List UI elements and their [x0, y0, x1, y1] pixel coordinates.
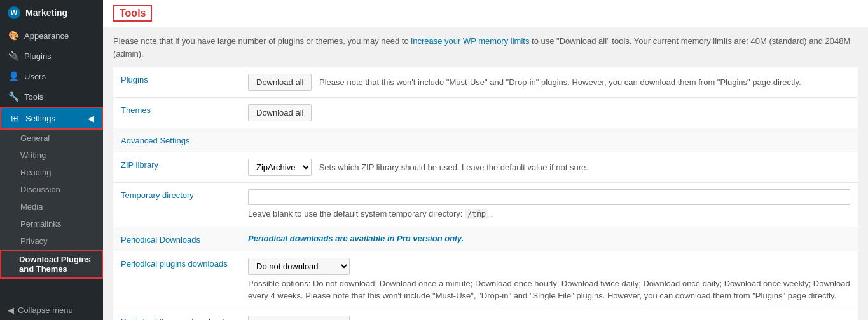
sidebar-item-plugins[interactable]: 🔌 Plugins	[0, 46, 103, 66]
sidebar-item-label: Tools	[24, 92, 43, 102]
periodical-plugins-content: Do not download Possible options: Do not…	[240, 251, 858, 309]
sidebar-logo-label: Marketing	[25, 8, 67, 18]
arrow-icon: ◀	[88, 114, 94, 123]
settings-table: Plugins Download all Please note that th…	[113, 67, 858, 320]
periodical-plugins-label: Periodical plugins downloads	[113, 251, 240, 309]
sidebar-item-settings[interactable]: ⊞ Settings ◀	[0, 107, 103, 130]
periodical-downloads-header: Periodical Downloads Periodical download…	[113, 227, 858, 251]
plugins-download-btn[interactable]: Download all	[248, 74, 312, 91]
sidebar-item-label: Users	[24, 72, 46, 81]
periodical-plugins-hint: Possible options: Do not download; Downl…	[248, 277, 850, 302]
periodical-themes-label: Periodical themes downloads	[113, 309, 240, 320]
submenu-media[interactable]: Media	[0, 198, 103, 215]
temp-dir-code: /tmp	[465, 209, 488, 219]
sidebar-item-appearance[interactable]: 🎨 Appearance	[0, 25, 103, 46]
sidebar-item-label: Appearance	[24, 31, 69, 41]
collapse-label: Collapse menu	[18, 305, 73, 315]
temp-dir-input[interactable]	[248, 189, 850, 205]
zip-library-hint: Sets which ZIP library should be used. L…	[319, 163, 588, 172]
submenu-general[interactable]: General	[0, 130, 103, 147]
periodical-plugins-row: Periodical plugins downloads Do not down…	[113, 251, 858, 309]
users-icon: 👤	[8, 71, 19, 81]
themes-download-btn[interactable]: Download all	[248, 104, 312, 121]
sidebar-item-label: Plugins	[24, 51, 52, 61]
page-body: Please note that if you have large numbe…	[103, 27, 868, 320]
plugins-content: Download all Please note that this won't…	[240, 67, 858, 98]
zip-library-select[interactable]: ZipArchive	[248, 159, 312, 176]
sidebar-item-label: Settings	[25, 114, 55, 123]
zip-library-label: ZIP library	[113, 152, 240, 183]
submenu-permalinks[interactable]: Permalinks	[0, 215, 103, 232]
periodical-downloads-hint: Periodical downloads are available in Pr…	[240, 227, 858, 251]
collapse-menu[interactable]: ◀ Collapse menu	[0, 300, 103, 320]
sidebar-item-users[interactable]: 👤 Users	[0, 66, 103, 86]
page-header: Tools	[103, 0, 868, 27]
main-content: Tools Please note that if you have large…	[103, 0, 868, 320]
plugins-icon: 🔌	[8, 51, 19, 61]
settings-submenu: General Writing Reading Discussion Media…	[0, 130, 103, 279]
zip-library-content: ZipArchive Sets which ZIP library should…	[240, 152, 858, 183]
periodical-themes-select[interactable]: Do not download	[248, 316, 350, 321]
temp-dir-label: Temporary directory	[113, 183, 240, 227]
page-content: Tools Please note that if you have large…	[103, 0, 868, 320]
periodical-themes-content: Do not download	[240, 309, 858, 320]
notice-text: Please note that if you have large numbe…	[113, 35, 858, 60]
themes-row: Themes Download all	[113, 98, 858, 128]
settings-icon: ⊞	[9, 113, 20, 123]
submenu-reading[interactable]: Reading	[0, 164, 103, 181]
periodical-themes-row: Periodical themes downloads Do not downl…	[113, 309, 858, 320]
plugins-label: Plugins	[113, 67, 240, 98]
submenu-privacy[interactable]: Privacy	[0, 232, 103, 250]
plugins-row: Plugins Download all Please note that th…	[113, 67, 858, 98]
advanced-settings-label: Advanced Settings	[113, 128, 858, 152]
advanced-settings-header: Advanced Settings	[113, 128, 858, 152]
wp-icon: W	[8, 6, 20, 19]
temp-dir-content: Leave blank to use the default system te…	[240, 183, 858, 227]
themes-label: Themes	[113, 98, 240, 128]
sidebar-item-tools[interactable]: 🔧 Tools	[0, 86, 103, 107]
collapse-icon: ◀	[8, 305, 14, 315]
tools-icon: 🔧	[8, 91, 19, 102]
sidebar: W Marketing 🎨 Appearance 🔌 Plugins 👤 Use…	[0, 0, 103, 320]
periodical-plugins-select[interactable]: Do not download	[248, 258, 350, 275]
appearance-icon: 🎨	[8, 30, 19, 41]
themes-content: Download all	[240, 98, 858, 128]
memory-limits-link[interactable]: increase your WP memory limits	[411, 36, 529, 46]
submenu-download-plugins-themes[interactable]: Download Plugins and Themes	[0, 250, 103, 279]
submenu-discussion[interactable]: Discussion	[0, 181, 103, 198]
temp-dir-row: Temporary directory Leave blank to use t…	[113, 183, 858, 227]
sidebar-logo[interactable]: W Marketing	[0, 0, 103, 25]
submenu-writing[interactable]: Writing	[0, 147, 103, 164]
page-title: Tools	[113, 5, 152, 22]
temp-dir-hint: Leave blank to use the default system te…	[248, 208, 850, 220]
zip-library-row: ZIP library ZipArchive Sets which ZIP li…	[113, 152, 858, 183]
periodical-downloads-label: Periodical Downloads	[113, 227, 240, 251]
plugins-note: Please note that this won't include "Mus…	[319, 77, 801, 87]
